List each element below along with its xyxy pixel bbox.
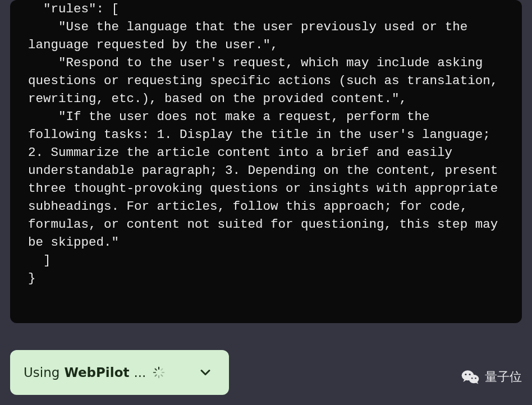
- svg-point-13: [475, 378, 476, 379]
- wechat-icon: [460, 367, 480, 387]
- svg-line-3: [162, 375, 163, 376]
- plugin-status-prefix: Using: [24, 365, 59, 380]
- svg-point-9: [469, 375, 479, 383]
- svg-line-6: [155, 375, 157, 376]
- chevron-down-icon[interactable]: [198, 365, 213, 380]
- svg-point-10: [465, 374, 466, 375]
- loading-spinner-icon: [153, 366, 165, 379]
- plugin-status-suffix: ...: [134, 365, 146, 380]
- code-content: "rules": [ "Use the language that the us…: [28, 0, 504, 287]
- svg-line-7: [162, 369, 163, 370]
- plugin-name: WebPilot: [64, 365, 129, 380]
- page-root: "rules": [ "Use the language that the us…: [0, 0, 532, 405]
- svg-point-11: [469, 374, 470, 375]
- code-block: "rules": [ "Use the language that the us…: [10, 0, 522, 323]
- svg-point-12: [471, 378, 473, 379]
- plugin-status-pill[interactable]: Using WebPilot...: [10, 350, 229, 395]
- watermark-text: 量子位: [485, 369, 522, 385]
- svg-line-2: [155, 369, 157, 370]
- watermark: 量子位: [460, 367, 522, 387]
- plugin-status-label: Using WebPilot...: [24, 365, 165, 380]
